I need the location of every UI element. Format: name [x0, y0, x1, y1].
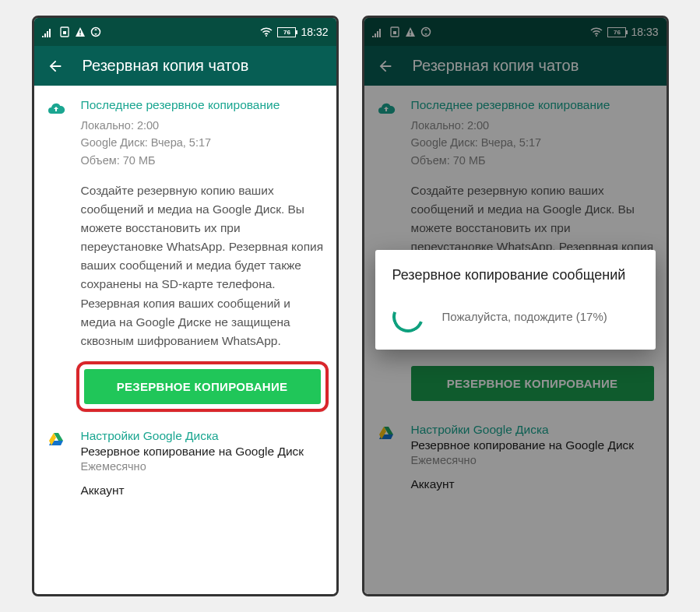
gdrive-settings-freq: Ежемесячно: [81, 460, 324, 473]
svg-rect-3: [79, 34, 80, 35]
last-backup-gdrive: Google Диск: Вчера, 5:17: [81, 134, 324, 151]
page-title: Резервная копия чатов: [83, 57, 249, 75]
content-area: Последнее резервное копирование Локально…: [34, 86, 336, 596]
gdrive-icon: [47, 431, 65, 449]
svg-point-5: [266, 35, 267, 37]
wifi-icon: [260, 26, 273, 37]
account-label[interactable]: Аккаунт: [81, 484, 324, 498]
signal-icon: [42, 26, 55, 37]
battery-icon: 76: [277, 27, 296, 37]
backup-button[interactable]: РЕЗЕРВНОЕ КОПИРОВАНИЕ: [84, 369, 321, 404]
progress-dialog: Резервное копирование сообщений Пожалуйс…: [375, 250, 656, 350]
gdrive-settings-title: Настройки Google Диска: [81, 429, 324, 443]
spinner-icon: [387, 297, 428, 338]
clock: 18:32: [301, 26, 328, 38]
last-backup-section: Последнее резервное копирование Локально…: [34, 95, 336, 426]
back-arrow-icon[interactable]: [47, 58, 64, 75]
highlight-annotation: РЕЗЕРВНОЕ КОПИРОВАНИЕ: [76, 361, 329, 412]
dialog-title: Резервное копирование сообщений: [392, 266, 638, 284]
dialog-wait-text: Пожалуйста, подождите (17%): [442, 308, 607, 325]
warning-icon: [75, 26, 86, 37]
status-right: 76 18:32: [260, 26, 328, 38]
gdrive-settings-sub: Резервное копирование на Google Диск: [81, 445, 324, 459]
backup-description: Создайте резервную копию ваших сообщений…: [81, 181, 324, 350]
cloud-upload-icon: [47, 100, 65, 118]
gdrive-settings-section[interactable]: Настройки Google Диска Резервное копиров…: [34, 426, 336, 504]
sim-icon: [59, 26, 70, 37]
last-backup-title: Последнее резервное копирование: [81, 98, 324, 112]
app-bar: Резервная копия чатов: [34, 46, 336, 86]
phone-screenshot-right: 76 18:33 Резервная копия чатов Последнее…: [362, 16, 669, 596]
phone-screenshot-left: 76 18:32 Резервная копия чатов Последнее…: [32, 16, 339, 596]
last-backup-size: Объем: 70 МБ: [81, 152, 324, 169]
status-bar: 76 18:32: [34, 18, 336, 46]
last-backup-local: Локально: 2:00: [81, 117, 324, 134]
svg-rect-1: [63, 31, 66, 34]
status-left: [42, 26, 101, 37]
svg-rect-2: [79, 30, 80, 33]
sync-icon: [90, 26, 101, 37]
